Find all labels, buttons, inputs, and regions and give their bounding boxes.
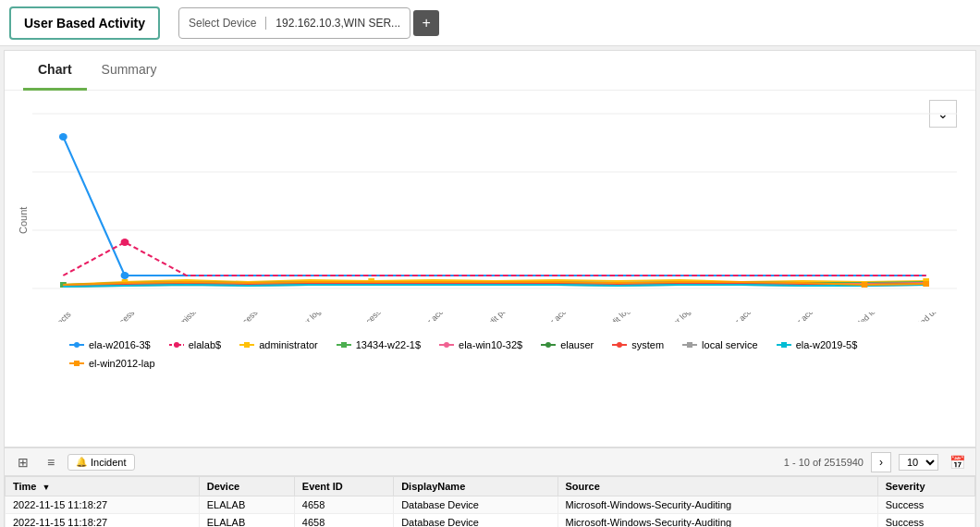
cell-device: ELALAB [199, 496, 294, 514]
legend-item-7: local service [682, 339, 758, 350]
device-value: 192.162.10.3,WIN SER... [266, 17, 410, 30]
col-source[interactable]: Source [557, 477, 877, 496]
col-display-name[interactable]: DisplayName [394, 477, 557, 496]
page-title: User Based Activity [9, 6, 160, 40]
bottom-toolbar: ⊞ ≡ 🔔 Incident 1 - 10 of 2515940 › 10 25… [5, 448, 975, 476]
svg-point-27 [444, 342, 449, 348]
legend-label-0: ela-w2016-3$ [89, 339, 151, 350]
col-device[interactable]: Device [199, 477, 294, 496]
x-label-13: failed log... [842, 313, 892, 322]
col-severity[interactable]: Severity [877, 477, 974, 496]
add-device-button[interactable]: + [413, 10, 439, 36]
legend-item-3: 13434-w22-1$ [337, 339, 421, 350]
legend-label-8: ela-w2019-5$ [796, 339, 858, 350]
data-table: Time ▼ Device Event ID DisplayName Sourc… [5, 476, 975, 527]
pagination-text: 1 - 10 of 2515940 [784, 457, 864, 468]
x-label-14: failed use... [904, 313, 954, 322]
table-row[interactable]: 2022-11-15 11:18:27 ELALAB 4658 Database… [6, 514, 975, 528]
x-label-3: process cr... [227, 313, 276, 322]
legend-label-2: administrator [259, 339, 318, 350]
svg-rect-23 [244, 342, 250, 348]
cell-source: Microsoft-Windows-Security-Auditing [557, 496, 877, 514]
incident-tag[interactable]: 🔔 Incident [67, 454, 135, 471]
sort-arrow-time: ▼ [43, 483, 51, 492]
legend-label-3: 13434-w22-1$ [356, 339, 421, 350]
svg-point-8 [59, 133, 67, 141]
device-selector[interactable]: Select Device 192.162.10.3,WIN SER... [178, 7, 410, 39]
chart-legend: ela-w2016-3$ elalab$ administrator 13434… [14, 336, 957, 373]
legend-item-5: elauser [541, 339, 594, 350]
next-page-button[interactable]: › [871, 452, 891, 472]
legend-item-4: ela-win10-32$ [439, 339, 522, 350]
calendar-icon[interactable]: 📅 [946, 451, 968, 473]
svg-point-29 [545, 342, 551, 348]
x-label-1: process te... [103, 313, 153, 322]
incident-label: Incident [91, 457, 127, 468]
svg-point-9 [121, 272, 129, 279]
svg-rect-33 [687, 342, 692, 348]
x-label-10: user logoffs [657, 313, 707, 322]
svg-point-10 [121, 239, 129, 246]
legend-label-4: ela-win10-32$ [459, 339, 522, 350]
x-label-8: user accou... [534, 313, 584, 322]
cell-event-id: 4658 [294, 514, 393, 528]
cell-source: Microsoft-Windows-Security-Auditing [557, 514, 877, 528]
y-axis-label: Count [14, 104, 32, 336]
legend-label-6: system [631, 339, 664, 350]
cell-time: 2022-11-15 11:18:27 [6, 496, 200, 514]
page-size-select[interactable]: 10 25 50 [899, 454, 938, 471]
cell-display-name: Database Device [394, 514, 557, 528]
legend-item-8: ela-w2019-5$ [777, 339, 858, 350]
bottom-panel: ⊞ ≡ 🔔 Incident 1 - 10 of 2515940 › 10 25… [4, 447, 976, 527]
legend-item-0: ela-w2016-3$ [69, 339, 151, 350]
legend-label-9: el-win2012-lap [89, 358, 155, 369]
svg-point-19 [74, 342, 80, 348]
svg-point-21 [174, 342, 179, 348]
legend-item-9: el-win2012-lap [69, 358, 155, 369]
svg-rect-25 [341, 342, 347, 348]
legend-label-7: local service [702, 339, 758, 350]
col-event-id[interactable]: Event ID [294, 477, 393, 496]
x-label-11: user accou... [719, 313, 769, 322]
cell-device: ELALAB [199, 514, 294, 528]
cell-event-id: 4658 [294, 496, 393, 514]
cell-display-name: Database Device [394, 496, 557, 514]
legend-label-1: elalab$ [189, 339, 221, 350]
x-label-4: user logons [288, 313, 337, 322]
device-label: Select Device [179, 17, 266, 30]
x-label-2: permission... [165, 313, 214, 322]
list-view-icon[interactable]: ≡ [40, 451, 62, 473]
legend-item-6: system [612, 339, 664, 350]
cell-time: 2022-11-15 11:18:27 [6, 514, 200, 528]
svg-point-31 [617, 342, 622, 348]
tab-bar: Chart Summary [5, 51, 975, 91]
x-label-6: user accou... [411, 313, 461, 322]
tab-summary[interactable]: Summary [87, 51, 172, 91]
x-label-0: objects ac... [42, 313, 92, 322]
legend-item-2: administrator [239, 339, 318, 350]
cell-severity: Success [877, 514, 974, 528]
main-panel: Chart Summary ⌄ Count 750k 500k [4, 50, 976, 447]
x-label-12: user accou... [781, 313, 831, 322]
svg-rect-17 [923, 281, 929, 287]
chart-container: ⌄ Count 750k 500k 250k 0 [5, 91, 975, 405]
svg-rect-37 [74, 361, 80, 366]
svg-rect-16 [862, 282, 868, 288]
svg-rect-35 [781, 342, 787, 348]
table-row[interactable]: 2022-11-15 11:18:27 ELALAB 4658 Database… [6, 496, 975, 514]
table-view-icon[interactable]: ⊞ [12, 451, 34, 473]
cell-severity: Success [877, 496, 974, 514]
header: User Based Activity Select Device 192.16… [0, 0, 980, 46]
legend-label-5: elauser [560, 339, 594, 350]
x-label-9: audit logs... [596, 313, 646, 322]
x-label-5: successful... [349, 313, 399, 322]
chart-area: Count 750k 500k 250k 0 [14, 104, 957, 336]
col-time[interactable]: Time ▼ [6, 477, 200, 496]
legend-item-1: elalab$ [169, 339, 221, 350]
x-label-7: audit poli... [472, 313, 522, 322]
tab-chart[interactable]: Chart [23, 51, 87, 91]
pagination: 1 - 10 of 2515940 › 10 25 50 📅 [784, 451, 968, 473]
chart-svg: 750k 500k 250k 0 [32, 104, 957, 308]
